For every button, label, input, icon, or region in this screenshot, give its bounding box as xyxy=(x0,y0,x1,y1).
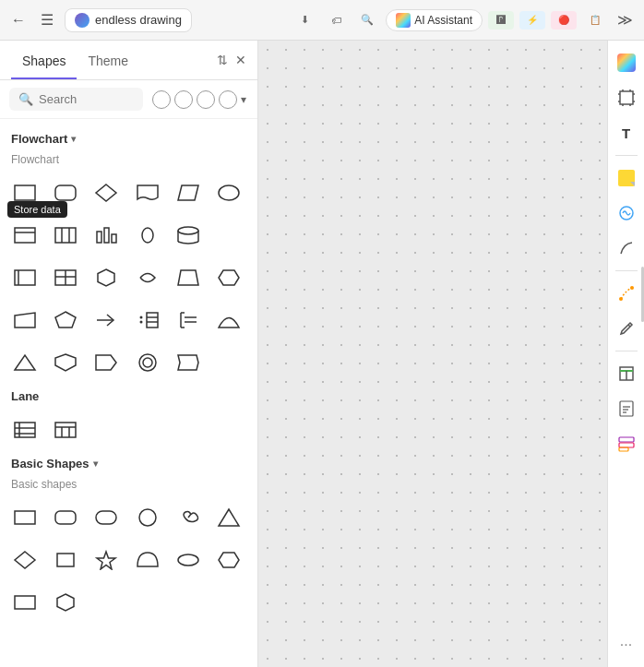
ext-icon-2[interactable]: ⚡ xyxy=(519,11,545,30)
shape-shield[interactable] xyxy=(48,345,83,380)
shape-rectangle[interactable] xyxy=(7,175,42,210)
shape-bracket-list[interactable] xyxy=(171,303,206,338)
basic-shapes-sub: Basic shapes xyxy=(0,476,257,496)
bs-spiral[interactable] xyxy=(171,500,206,535)
basic-shapes-header[interactable]: Basic Shapes ▾ xyxy=(0,451,257,476)
connect-icon xyxy=(618,285,635,302)
ext-icon-3[interactable]: 🔴 xyxy=(551,11,577,30)
svg-marker-59 xyxy=(97,552,115,569)
table-btn[interactable] xyxy=(612,359,641,388)
collapse-button[interactable]: ≫ xyxy=(614,7,637,32)
search-button[interactable]: 🔍 xyxy=(354,11,380,30)
pen-btn[interactable] xyxy=(612,233,641,263)
shape-select-4[interactable] xyxy=(219,90,237,109)
svg-marker-3 xyxy=(178,185,198,200)
shape-ring[interactable] xyxy=(130,345,165,380)
basic-shapes-label: Basic Shapes xyxy=(11,457,89,470)
shape-asymmetric[interactable] xyxy=(171,345,206,380)
svg-point-32 xyxy=(139,321,142,324)
svg-rect-10 xyxy=(97,232,101,243)
bs-rectangle[interactable] xyxy=(7,500,42,535)
palette-btn[interactable] xyxy=(612,48,641,77)
connect-btn[interactable] xyxy=(612,279,641,308)
note-icon xyxy=(618,170,635,186)
basic-shapes-chevron: ▾ xyxy=(93,459,98,469)
doc-btn[interactable] xyxy=(612,394,641,423)
tag-button[interactable]: 🏷 xyxy=(323,11,349,30)
svg-marker-57 xyxy=(15,552,35,568)
shape-stadium[interactable] xyxy=(130,218,165,253)
list-btn[interactable] xyxy=(612,429,641,459)
browser-tab[interactable]: endless drawing xyxy=(65,8,192,32)
shape-document[interactable] xyxy=(130,175,165,210)
shape-list[interactable] xyxy=(130,303,165,338)
bs-rounded[interactable] xyxy=(48,500,83,535)
shape-bracket-rect[interactable] xyxy=(7,260,42,295)
shape-arc[interactable] xyxy=(211,303,246,338)
bs-hexagon[interactable] xyxy=(211,542,246,578)
shape-bars[interactable] xyxy=(89,218,124,253)
tab-theme[interactable]: Theme xyxy=(77,41,139,79)
panel-close-button[interactable]: ✕ xyxy=(235,53,246,67)
tab-shapes[interactable]: Shapes xyxy=(11,41,77,79)
download-button[interactable]: ⬇ xyxy=(292,11,317,30)
ai-btn-label: AI Assistant xyxy=(414,14,472,27)
sort-button[interactable]: ⇅ xyxy=(217,53,228,67)
pencil-btn[interactable] xyxy=(612,314,641,343)
shape-trapezoid[interactable] xyxy=(171,260,206,295)
ext-icon-1[interactable]: 🅿 xyxy=(488,11,514,30)
flowchart-header[interactable]: Flowchart ▾ xyxy=(0,126,257,151)
shape-swimlane-h[interactable] xyxy=(7,412,42,447)
bs-pill-rect[interactable] xyxy=(89,500,124,535)
bs-diamond[interactable] xyxy=(7,542,42,578)
bs-small-rect[interactable] xyxy=(7,585,42,620)
shape-select-dropdown[interactable]: ▾ xyxy=(241,90,246,109)
shape-arrow-box[interactable] xyxy=(89,345,124,380)
shape-pentagon[interactable] xyxy=(48,303,83,338)
frame-btn[interactable] xyxy=(612,83,641,113)
shape-lens[interactable] xyxy=(130,260,165,295)
shape-parallelogram[interactable] xyxy=(171,175,206,210)
flowchart-chevron: ▾ xyxy=(71,134,76,144)
menu-button[interactable]: ☰ xyxy=(37,7,57,32)
shape-diamond[interactable] xyxy=(89,175,124,210)
separator-3 xyxy=(615,351,638,351)
shape-table[interactable] xyxy=(48,260,83,295)
shape-hexagon-sm[interactable] xyxy=(89,260,124,295)
shape-matrix[interactable] xyxy=(48,218,83,253)
svg-line-76 xyxy=(628,325,630,327)
shape-swimlane-v[interactable] xyxy=(48,412,83,447)
shape-hexagon2[interactable] xyxy=(211,260,246,295)
bs-semicircle[interactable] xyxy=(130,542,165,578)
shape-arrow-right[interactable] xyxy=(89,303,124,338)
bs-circle[interactable] xyxy=(130,500,165,535)
svg-marker-22 xyxy=(98,269,114,286)
bs-triangle[interactable] xyxy=(211,500,246,535)
bs-star[interactable] xyxy=(89,542,124,578)
ext-icon-4[interactable]: 📋 xyxy=(582,11,608,30)
shape-select-3[interactable] xyxy=(197,90,215,109)
bs-hex-small[interactable] xyxy=(48,585,83,620)
shape-store-data[interactable]: Store data xyxy=(7,218,42,253)
shape-triangle[interactable] xyxy=(7,345,42,380)
note-btn[interactable] xyxy=(612,163,641,193)
canvas[interactable] xyxy=(258,41,607,667)
search-input[interactable] xyxy=(39,92,134,106)
shape-rounded-rect[interactable] xyxy=(48,175,83,210)
bs-square[interactable] xyxy=(48,542,83,578)
shape-select-2[interactable] xyxy=(174,90,193,109)
main-layout: Shapes Theme ⇅ ✕ 🔍 ▾ xyxy=(0,41,644,667)
ai-assistant-button[interactable]: AI Assistant xyxy=(386,9,483,31)
more-btn[interactable]: ··· xyxy=(612,630,641,660)
text-btn[interactable]: T xyxy=(612,118,641,148)
back-button[interactable]: ← xyxy=(7,8,30,32)
bs-ellipse-h[interactable] xyxy=(171,542,206,578)
shape-manual-input[interactable] xyxy=(7,303,42,338)
shape-cylinder[interactable] xyxy=(171,218,206,253)
shape-select-1[interactable] xyxy=(152,90,171,109)
shape-ellipse[interactable] xyxy=(211,175,246,210)
lane-header[interactable]: Lane xyxy=(0,384,257,409)
svg-rect-54 xyxy=(96,511,116,524)
camera-btn[interactable] xyxy=(612,198,641,228)
flowchart-label: Flowchart xyxy=(11,132,67,146)
